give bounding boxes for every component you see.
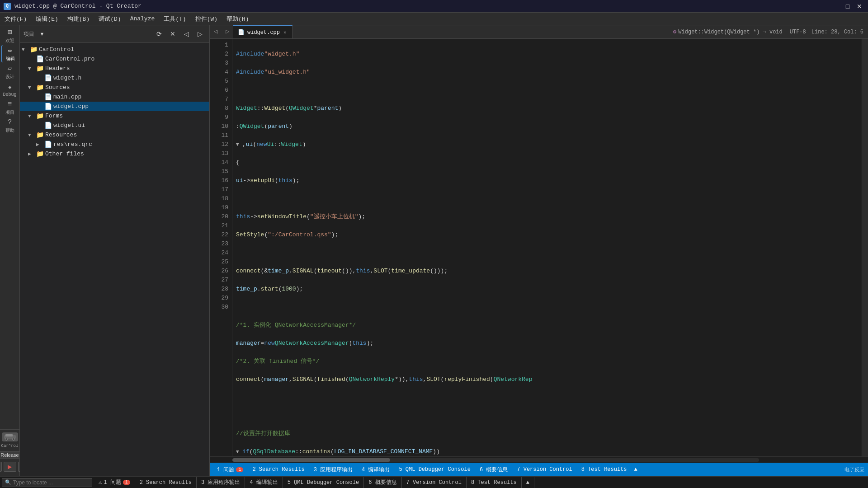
status-qml: 5 QML Debugger Console xyxy=(283,477,364,488)
tree-label-other-files: Other files xyxy=(45,150,208,157)
run-debug-button[interactable]: ▶ xyxy=(4,462,16,472)
tree-label-headers: Headers xyxy=(45,65,208,72)
tree-item-widget-cpp[interactable]: 📄 widget.cpp xyxy=(20,102,209,111)
tree-item-res-qrc[interactable]: ▶ 📄 res\res.qrc xyxy=(20,140,209,149)
design-button[interactable]: ▱ 设计 xyxy=(1,63,19,80)
welcome-button[interactable]: ⊞ 欢迎 xyxy=(1,27,19,44)
menu-help[interactable]: 帮助(H) xyxy=(222,13,253,25)
tree-item-pro[interactable]: 📄 CarControl.pro xyxy=(20,54,209,64)
file-pro-icon: 📄 xyxy=(36,55,43,63)
tree-item-headers[interactable]: ▼ 📁 Headers xyxy=(20,64,209,73)
status-vcs: 7 Version Control xyxy=(402,477,467,488)
edit-label: 编辑 xyxy=(6,56,15,62)
release-button[interactable]: Release xyxy=(0,451,22,459)
code-line-16: /*1. 实例化 QNetworkAccessManager*/ xyxy=(236,321,858,330)
minimize-button[interactable]: — xyxy=(831,1,841,11)
sidebar-sync-button[interactable]: ⟳ xyxy=(153,28,165,40)
tree-item-forms[interactable]: ▼ 📁 Forms xyxy=(20,111,209,121)
sidebar-project-label: 项目 xyxy=(24,30,34,38)
folder-icon: 📁 xyxy=(36,84,43,91)
edit-button[interactable]: ✏ 编辑 xyxy=(1,45,19,62)
tree-label-forms: Forms xyxy=(45,113,208,119)
menu-controls[interactable]: 控件(W) xyxy=(191,13,222,25)
search-input[interactable] xyxy=(13,479,85,486)
car-label: Car⌃rol xyxy=(1,443,19,448)
sidebar-close-button[interactable]: ✕ xyxy=(167,28,179,40)
welcome-label: 欢迎 xyxy=(5,38,14,44)
status-tests: 8 Test Results xyxy=(467,477,522,488)
tab-compile-output[interactable]: 4 编译输出 xyxy=(358,463,393,476)
tree-label-res-qrc: res\res.qrc xyxy=(53,141,208,148)
menu-analyze[interactable]: Analyze xyxy=(126,14,160,24)
menu-build[interactable]: 构建(B) xyxy=(63,13,94,25)
tab-qml-debugger[interactable]: 5 QML Debugger Console xyxy=(395,463,474,476)
problems-badge: 1 xyxy=(123,480,130,485)
menu-file[interactable]: 文件(F) xyxy=(0,13,31,25)
tab-version-control[interactable]: 7 Version Control xyxy=(513,463,576,476)
tab-file-icon: 📄 xyxy=(238,29,245,36)
project-button[interactable]: ≡ 项目 xyxy=(1,99,19,117)
code-line-18: /*2. 关联 finished 信号*/ xyxy=(236,357,858,366)
menu-debug[interactable]: 调试(D) xyxy=(94,13,125,25)
code-line-14: time_p.start(1000); xyxy=(236,285,858,294)
window-title: widget.cpp @ CarControl - Qt Creator xyxy=(14,3,827,9)
tab-bar: ◁ ▷ 📄 widget.cpp ✕ ⚙ Widget::Widget(QWid… xyxy=(210,25,868,39)
car-icon xyxy=(2,432,18,441)
welcome-icon: ⊞ xyxy=(8,28,12,37)
cursor-position: Line: 28, Col: 6 xyxy=(811,29,863,35)
tab-search-results[interactable]: 2 Search Results xyxy=(249,463,308,476)
search-box[interactable]: 🔍 xyxy=(2,478,92,487)
folder-icon: 📁 xyxy=(36,112,43,120)
folder-icon: 📁 xyxy=(36,150,43,158)
code-line-15 xyxy=(236,303,858,312)
run-button[interactable]: ▶ xyxy=(0,462,2,472)
vertical-scrollbar[interactable] xyxy=(862,39,868,456)
tab-problems[interactable]: 1 问题 1 xyxy=(213,463,247,476)
sidebar-filter-button[interactable]: ▼ xyxy=(36,28,48,40)
sidebar-nav-prev[interactable]: ◁ xyxy=(180,28,192,40)
code-line-8: ui->setupUi(this); xyxy=(236,176,858,185)
tree-item-carcontrol[interactable]: ▼ 📁 CarControl xyxy=(20,45,209,54)
sidebar-nav-next[interactable]: ▷ xyxy=(194,28,206,40)
problems-count: 1 问题 xyxy=(104,479,121,486)
sidebar: 项目 ▼ ⟳ ✕ ◁ ▷ ▼ 📁 CarControl 📄 CarControl… xyxy=(20,25,210,476)
code-content[interactable]: #include "widget.h" #include "ui_widget.… xyxy=(232,39,862,456)
tree-item-other-files[interactable]: ▶ 📁 Other files xyxy=(20,149,209,159)
tab-widget-cpp[interactable]: 📄 widget.cpp ✕ xyxy=(233,25,292,38)
code-line-17: manager = new QNetworkAccessManager(this… xyxy=(236,339,858,348)
tree-item-sources[interactable]: ▼ 📁 Sources xyxy=(20,83,209,92)
tree-label-carcontrol: CarControl xyxy=(39,46,208,53)
svg-rect-1 xyxy=(5,434,13,436)
tab-nav-prev[interactable]: ◁ xyxy=(210,25,222,37)
tree-item-widget-ui[interactable]: 📄 widget.ui xyxy=(20,121,209,130)
tab-close-button[interactable]: ✕ xyxy=(283,29,288,35)
sidebar-header: 项目 ▼ ⟳ ✕ ◁ ▷ xyxy=(20,25,209,43)
status-search: 2 Search Results xyxy=(135,477,197,488)
debug-button[interactable]: ⬥ Debug xyxy=(1,81,19,99)
help-button[interactable]: ? 帮助 xyxy=(1,117,19,135)
status-problems: ⚠ 1 问题 1 xyxy=(94,477,135,488)
tab-nav-next[interactable]: ▷ xyxy=(222,25,233,37)
tab-test-results[interactable]: 8 Test Results xyxy=(578,463,631,476)
expand-icon: ▲ xyxy=(634,466,637,473)
svg-point-3 xyxy=(12,438,14,441)
code-line-13: connect(&time_p, SIGNAL(timeout()), this… xyxy=(236,267,858,276)
code-line-12 xyxy=(236,249,858,258)
tree-item-widget-h[interactable]: 📄 widget.h xyxy=(20,73,209,83)
maximize-button[interactable]: □ xyxy=(843,1,853,11)
menu-edit[interactable]: 编辑(E) xyxy=(31,13,62,25)
breadcrumb-icon: ⚙ xyxy=(673,28,676,35)
tree-arrow: ▶ xyxy=(36,141,42,147)
horizontal-scrollbar[interactable] xyxy=(210,456,868,463)
menu-tools[interactable]: 工具(T) xyxy=(159,13,190,25)
file-cpp-icon: 📄 xyxy=(44,93,52,101)
tree-item-resources[interactable]: ▼ 📁 Resources xyxy=(20,130,209,140)
status-expand[interactable]: ▲ xyxy=(522,477,534,488)
tree-item-main-cpp[interactable]: 📄 main.cpp xyxy=(20,92,209,102)
close-button[interactable]: ✕ xyxy=(854,1,864,11)
problems-icon: ⚠ xyxy=(99,479,102,486)
code-line-21 xyxy=(236,411,858,420)
help-icon: ? xyxy=(8,118,12,127)
tab-app-output[interactable]: 3 应用程序输出 xyxy=(310,463,356,476)
tab-summary[interactable]: 6 概要信息 xyxy=(476,463,511,476)
